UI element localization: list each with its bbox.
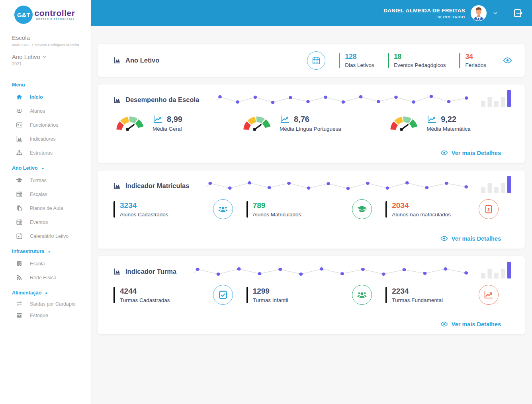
sidebar-item-saidas-por-cardapio[interactable]: Saídas por Cardapio (0, 298, 91, 310)
eye-icon[interactable] (503, 56, 512, 65)
gauge-icon (113, 112, 147, 134)
area-chart-icon (113, 182, 121, 190)
card-title: Indicador Turma (113, 268, 176, 275)
area-chart-icon (16, 135, 23, 142)
sidebar-item-planos-de-aula[interactable]: Planos de Aula (0, 201, 91, 215)
check-square-icon (213, 285, 233, 305)
nav-section-menu: Menu (0, 82, 91, 90)
sidebar-item-turmas[interactable]: Turmas (0, 173, 91, 187)
line-chart-icon (280, 114, 290, 124)
stat-alunos-matriculados: 789 Alunos Matriculados (246, 199, 386, 219)
card-indicador-matriculas: Indicador Matriculas 3234 Alunos Cadastr… (98, 171, 525, 249)
calendar-icon (312, 56, 321, 65)
sidebar-item-rede-fisica[interactable]: Rede Física (0, 271, 91, 284)
line-chart-icon (426, 114, 437, 124)
sidebar: G&T controller GESTÃO E TECNOLOGIA Escol… (0, 0, 91, 404)
nav-section-alimentacao[interactable]: Alimentação (0, 290, 91, 298)
school-label: Escola (12, 34, 86, 41)
sidebar-item-calendario-letivo[interactable]: Calendário Letivo (0, 229, 91, 243)
brand-circle: G&T (14, 6, 33, 24)
file-copy-icon (16, 205, 23, 212)
sitemap-icon (16, 149, 23, 156)
card-title: Indicador Matriculas (113, 182, 189, 190)
area-chart-icon (113, 268, 121, 275)
sidebar-item-estruturas[interactable]: Estruturas (0, 146, 91, 160)
graduation-cap-icon (352, 199, 372, 219)
brand-name: controller (34, 9, 76, 17)
calendar-check-icon (16, 233, 23, 239)
eye-icon (440, 149, 448, 157)
card-indicador-turma: Indicador Turma 4244 Turmas Cadastradas (98, 256, 525, 334)
sidebar-item-escola[interactable]: Escola (0, 257, 91, 271)
area-chart-icon (113, 96, 121, 104)
chevron-down-icon (42, 55, 47, 59)
nav-section-infraestrutura[interactable]: Infraestrutura (0, 249, 91, 257)
minibar-chart (481, 262, 512, 278)
stat-turmas-fundamental: 2234 Turmas Fundamental (385, 285, 512, 305)
sidebar-item-inicio[interactable]: Início (0, 90, 91, 104)
sidebar-item-funcionarios[interactable]: Funcionários (0, 118, 91, 132)
sparkline-chart (194, 265, 470, 277)
year-value: 2021 (12, 61, 86, 66)
exchange-icon (16, 300, 23, 307)
building-icon (16, 260, 23, 267)
users-icon (352, 285, 372, 305)
gauge-icon (241, 112, 274, 134)
sidebar-item-alunos[interactable]: Alunos (0, 104, 91, 118)
caret-up-icon (44, 291, 49, 295)
users-icon (213, 199, 233, 219)
ver-mais-detalhes-link[interactable]: Ver mais Detalhes (440, 320, 501, 328)
caret-up-icon (47, 249, 51, 254)
sidebar-item-escalas[interactable]: Escalas (0, 187, 91, 201)
user-block: DANIEL ALMEIDA DE FREITAS SECRETARIO (383, 8, 465, 19)
school-block: Escola 98493847 - Estevam Rodrigues More… (0, 24, 91, 66)
brand-tagline: GESTÃO E TECNOLOGIA (34, 18, 76, 20)
topbar: DANIEL ALMEIDA DE FREITAS SECRETARIO (91, 0, 532, 26)
card-title: Ano Letivo (113, 57, 159, 64)
user-name: DANIEL ALMEIDA DE FREITAS (383, 8, 465, 14)
sidebar-item-indicadores[interactable]: Indicadores (0, 132, 91, 146)
ver-mais-detalhes-link[interactable]: Ver mais Detalhes (440, 235, 501, 242)
stat-dias-letivos: 128 Dias Letivos (339, 53, 374, 68)
line-chart-icon (479, 285, 499, 305)
gauge-icon (387, 112, 421, 134)
sign-out-icon[interactable] (513, 8, 523, 18)
sidebar-item-estoque[interactable]: Estoque (0, 310, 91, 321)
eye-icon (440, 320, 448, 328)
stat-alunos-cadastrados: 3234 Alunos Cadastrados (113, 199, 246, 219)
card-ano-letivo: Ano Letivo 128 Dias Letivos 18 Eventos P… (98, 44, 525, 77)
user-role: SECRETARIO (383, 15, 465, 19)
metric-media-matematica: 9,22 Média Matemática (387, 112, 512, 134)
school-value: 98493847 - Estevam Rodrigues Moreira (12, 43, 86, 47)
nav-section-ano-letivo[interactable]: Ano Letivo (0, 165, 91, 173)
stat-feriados: 34 Feriados (459, 53, 486, 68)
metric-media-lingua-portuguesa: 8,76 Média Língua Portuguesa (241, 112, 387, 134)
main-content: Ano Letivo 128 Dias Letivos 18 Eventos P… (91, 26, 532, 404)
line-chart-icon (153, 114, 163, 124)
chevron-down-icon[interactable] (492, 10, 499, 16)
sparkline-chart (217, 94, 470, 106)
stat-alunos-nao-matriculados: 2034 Alunos não matriculados (385, 199, 512, 219)
graduation-cap-icon (16, 177, 23, 184)
eye-icon (440, 235, 448, 242)
caret-up-icon (41, 166, 45, 171)
stat-turmas-infantil: 1299 Turmas Infantil (246, 285, 386, 305)
stat-eventos-pedagogicos: 18 Eventos Pedagógicos (388, 53, 446, 68)
id-card-icon (16, 122, 23, 128)
sidebar-nav: Menu Início Alunos Funcionários Indicado… (0, 66, 91, 321)
users-icon (16, 108, 23, 114)
card-desempenho: Desempenho da Escola (98, 84, 525, 163)
minibar-chart (481, 176, 512, 193)
calendar-icon (16, 219, 23, 226)
calendar-icon (16, 191, 23, 198)
area-chart-icon (113, 57, 121, 64)
ver-mais-detalhes-link[interactable]: Ver mais Detalhes (440, 149, 501, 157)
sidebar-item-eventos[interactable]: Eventos (0, 215, 91, 229)
year-selector[interactable]: Ano Letivo (12, 53, 86, 60)
id-badge-icon (479, 199, 499, 219)
avatar[interactable] (471, 5, 487, 21)
card-title: Desempenho da Escola (113, 96, 199, 104)
minibar-chart (481, 90, 512, 107)
metric-media-geral: 8,99 Média Geral (113, 112, 241, 134)
calendar-badge (307, 51, 325, 70)
